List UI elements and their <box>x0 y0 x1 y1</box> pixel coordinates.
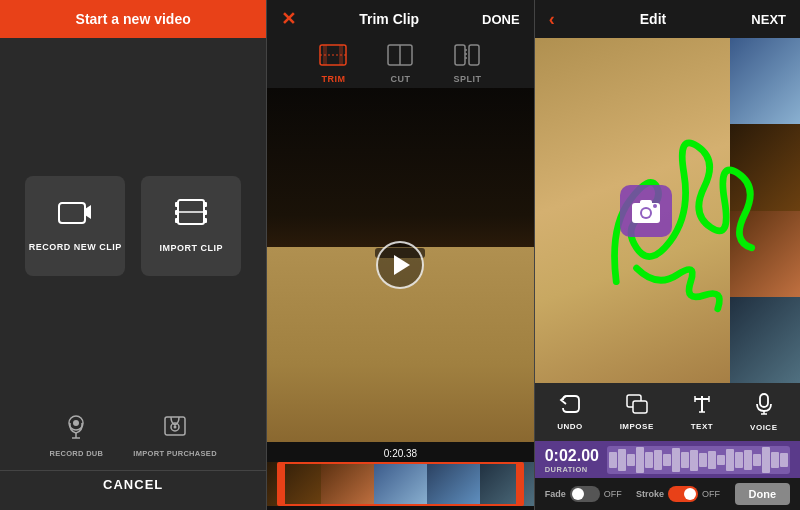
fade-off-label: OFF <box>604 489 622 499</box>
waveform-bar <box>681 452 689 469</box>
voice-icon <box>755 393 773 420</box>
filmstrip-frame-2 <box>321 462 374 506</box>
waveform-bar <box>618 449 626 471</box>
waveform-bar <box>753 454 761 465</box>
panel1-header: Start a new video <box>0 0 266 38</box>
panel2-header: ✕ Trim Clip DONE <box>267 0 533 38</box>
record-new-clip-button[interactable]: RECORD NEW CLIP <box>25 176 125 276</box>
stroke-toggle-group: Stroke OFF <box>636 486 720 502</box>
waveform <box>607 446 790 474</box>
svg-point-11 <box>73 420 79 426</box>
stroke-toggle-knob <box>684 488 696 500</box>
stroke-label: Stroke <box>636 489 664 499</box>
waveform-bar <box>609 452 617 469</box>
filmstrip-frame-4 <box>427 462 480 506</box>
panel3-title: Edit <box>640 11 666 27</box>
impose-tool[interactable]: IMPOSE <box>620 394 654 431</box>
stroke-off-label: OFF <box>702 489 720 499</box>
waveform-bar <box>735 452 743 467</box>
undo-tool[interactable]: UNDO <box>557 394 583 431</box>
split-tab-label: SPLIT <box>453 74 481 84</box>
thumb-frame-2 <box>730 124 800 210</box>
undo-label: UNDO <box>557 422 583 431</box>
back-button[interactable]: ‹ <box>549 9 555 30</box>
tab-trim[interactable]: TRIM <box>299 44 367 84</box>
voice-label: VOICE <box>750 423 777 432</box>
svg-point-16 <box>174 426 177 429</box>
impose-icon <box>626 394 648 419</box>
import-clip-label: IMPORT CLIP <box>159 243 223 253</box>
cut-tab-icon <box>387 44 413 72</box>
svg-rect-32 <box>633 401 647 413</box>
waveform-bar <box>690 450 698 471</box>
svg-rect-24 <box>469 45 479 65</box>
stroke-toggle[interactable] <box>668 486 698 502</box>
trim-tab-label: TRIM <box>321 74 345 84</box>
duration-area: 0:02.00 DURATION <box>535 441 800 478</box>
waveform-bar <box>627 454 635 465</box>
svg-rect-23 <box>455 45 465 65</box>
filmstrip-frame-3 <box>374 462 427 506</box>
edit-toolbar: UNDO IMPOSE TEXT <box>535 383 800 441</box>
split-tab-icon <box>454 44 480 72</box>
play-triangle-icon <box>394 255 410 275</box>
impose-label: IMPOSE <box>620 422 654 431</box>
svg-point-28 <box>642 209 650 217</box>
trim-tabs: TRIM CUT SPLIT <box>267 38 533 88</box>
thumb-frame-4 <box>730 297 800 383</box>
timestamp: 0:20.38 <box>267 446 533 462</box>
tab-cut[interactable]: CUT <box>367 44 433 84</box>
waveform-bar <box>645 452 653 467</box>
bottom-actions-row: RECORD DUB IMPORT PURCHASED <box>49 413 216 458</box>
voice-tool[interactable]: VOICE <box>750 393 777 432</box>
thumb-frame-1 <box>730 38 800 124</box>
photo-overlay-icon[interactable] <box>620 185 672 237</box>
record-dub-button[interactable]: RECORD DUB <box>49 413 103 458</box>
next-button[interactable]: NEXT <box>751 12 786 27</box>
fade-label: Fade <box>545 489 566 499</box>
fade-toggle[interactable] <box>570 486 600 502</box>
fade-toggle-knob <box>572 488 584 500</box>
svg-rect-5 <box>175 218 179 223</box>
duration-label: DURATION <box>545 465 599 474</box>
waveform-bar <box>771 452 779 469</box>
close-button[interactable]: ✕ <box>281 8 296 30</box>
text-label: TEXT <box>691 422 713 431</box>
action-buttons-row: RECORD NEW CLIP IMPORT CLIP <box>25 176 241 276</box>
panel-start-video: Start a new video RECORD NEW CLIP <box>0 0 266 510</box>
edit-done-button[interactable]: Done <box>735 483 791 505</box>
edit-video-area <box>535 38 800 383</box>
filmstrip[interactable] <box>267 462 533 506</box>
svg-rect-29 <box>640 200 652 205</box>
svg-rect-3 <box>175 202 179 207</box>
bottom-controls: Fade OFF Stroke OFF Done <box>535 478 800 510</box>
text-tool[interactable]: TEXT <box>691 394 713 431</box>
video-ceiling <box>267 88 533 247</box>
import-purchased-button[interactable]: IMPORT PURCHASED <box>133 413 217 458</box>
record-dub-icon <box>62 413 90 445</box>
waveform-bar <box>672 448 680 472</box>
waveform-bar <box>780 453 788 467</box>
trim-tab-icon <box>319 44 347 72</box>
waveform-bar <box>726 449 734 471</box>
duration-row: 0:02.00 DURATION <box>545 446 790 474</box>
waveform-bar <box>762 447 770 474</box>
undo-icon <box>559 394 581 419</box>
waveform-bar <box>699 453 707 467</box>
panel-edit: ‹ Edit NEXT <box>535 0 800 510</box>
cancel-button[interactable]: CANCEL <box>0 470 266 498</box>
waveform-bar <box>744 450 752 470</box>
waveform-bar <box>654 450 662 470</box>
waveform-bar <box>717 455 725 465</box>
tab-split[interactable]: SPLIT <box>433 44 501 84</box>
text-icon <box>691 394 713 419</box>
trim-handle-left[interactable] <box>277 462 285 506</box>
panel-trim-clip: ✕ Trim Clip DONE TRIM CUT <box>267 0 533 510</box>
panel3-header: ‹ Edit NEXT <box>535 0 800 38</box>
svg-rect-0 <box>59 203 85 223</box>
record-dub-label: RECORD DUB <box>49 449 103 458</box>
trim-handle-right[interactable] <box>516 462 524 506</box>
import-clip-button[interactable]: IMPORT CLIP <box>141 176 241 276</box>
thumb-frame-3 <box>730 211 800 297</box>
done-button[interactable]: DONE <box>482 12 520 27</box>
